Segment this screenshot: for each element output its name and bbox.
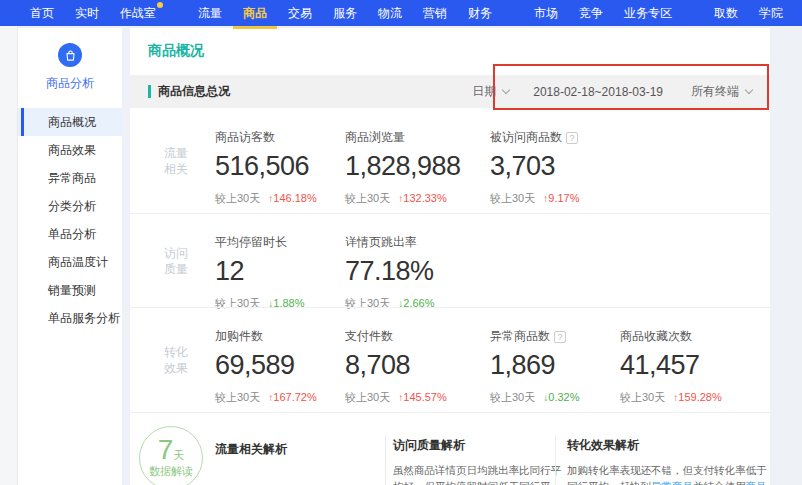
metric-label: 商品访客数	[215, 129, 275, 146]
sidebar-menu: 商品概况 商品效果 异常商品 分类分析 单品分析 商品温度计 销量预测 单品服务…	[18, 108, 122, 332]
nav-item-academy[interactable]: 学院	[759, 5, 783, 22]
metric-row-visit-quality: 访问质量 平均停留时长 12 较上30天 ↓1.88% 详情页跳出率 77.18…	[130, 213, 770, 307]
metric-compare: 较上30天 ↑145.57%	[345, 390, 475, 405]
metric-label: 异常商品数	[490, 328, 550, 345]
metric-label: 商品浏览量	[345, 129, 405, 146]
column-divider	[555, 435, 556, 485]
sidebar-item-sales-forecast[interactable]: 销量预测	[18, 276, 122, 304]
metric-value: 1,869	[490, 350, 620, 381]
sidebar-group-title: 商品分析	[18, 75, 122, 92]
metric-avg-stay-time: 平均停留时长 12 较上30天 ↓1.88%	[215, 214, 345, 311]
sidebar-item-goods-thermometer[interactable]: 商品温度计	[18, 248, 122, 276]
metric-detail-bounce-rate: 详情页跳出率 77.18% 较上30天 ↓2.66%	[345, 214, 475, 311]
nav-item-service[interactable]: 服务	[333, 5, 357, 22]
trend-value: 0.32%	[548, 391, 579, 403]
nav-item-realtime[interactable]: 实时	[75, 5, 99, 22]
metric-abnormal-items: 异常商品数 ? 1,869 较上30天 ↓0.32%	[490, 308, 620, 405]
metric-label: 详情页跳出率	[345, 234, 417, 251]
nav-item-goods[interactable]: 商品	[243, 5, 267, 22]
compare-label: 较上30天	[345, 391, 390, 403]
date-range-picker[interactable]: 2018-02-18~2018-03-19	[533, 85, 663, 99]
metric-value: 77.18%	[345, 256, 475, 287]
metric-value: 3,703	[490, 151, 620, 182]
metric-value: 69,589	[215, 350, 345, 381]
top-navigation: 首页 实时 作战室 流量 商品 交易 服务 物流 营销 财务 市场 竞争 业务专…	[0, 0, 802, 26]
app-window: 首页 实时 作战室 流量 商品 交易 服务 物流 营销 财务 市场 竞争 业务专…	[0, 0, 802, 485]
insight-column-conversion: 转化效果解析 加购转化率表现还不错，但支付转化率低于同行平均，赶快到异常商品并结…	[567, 437, 769, 485]
nav-item-market[interactable]: 市场	[534, 5, 558, 22]
sidebar-item-category-analysis[interactable]: 分类分析	[18, 192, 122, 220]
metric-visitors: 商品访客数 516,506 较上30天 ↑146.18%	[215, 109, 345, 206]
sidebar-item-goods-overview[interactable]: 商品概况	[18, 108, 122, 136]
nav-item-logistics[interactable]: 物流	[378, 5, 402, 22]
date-type-label: 日期	[472, 83, 496, 100]
trend-indicator: ↑146.18%	[268, 192, 316, 204]
badge-caption: 数据解读	[140, 464, 202, 479]
nav-item-competition[interactable]: 竞争	[579, 5, 603, 22]
compare-label: 较上30天	[490, 391, 535, 403]
sidebar-item-single-item-analysis[interactable]: 单品分析	[18, 220, 122, 248]
trend-value: 132.33%	[403, 192, 446, 204]
compare-label: 较上30天	[215, 391, 260, 403]
metric-group-label: 转化效果	[164, 344, 192, 376]
main-panel: 商品概况 商品信息总况 日期 2018-02-18~2018-03-19 所有终…	[130, 28, 770, 485]
section-tick	[148, 85, 151, 98]
compare-label: 较上30天	[215, 192, 260, 204]
active-item-bar	[21, 108, 24, 136]
chevron-down-icon	[745, 86, 753, 94]
metric-value: 516,506	[215, 151, 345, 182]
trend-value: 9.17%	[548, 192, 579, 204]
nav-item-home[interactable]: 首页	[30, 5, 54, 22]
section-title: 商品信息总况	[158, 83, 230, 100]
trend-value: 146.18%	[273, 192, 316, 204]
metric-paid-items: 支付件数 8,708 较上30天 ↑145.57%	[345, 308, 475, 405]
terminal-dropdown[interactable]: 所有终端	[691, 83, 752, 100]
trend-indicator: ↑9.17%	[543, 192, 579, 204]
help-icon[interactable]: ?	[566, 132, 578, 144]
trend-value: 159.28%	[678, 391, 721, 403]
insight-column-visit-quality: 访问质量解析 虽然商品详情页日均跳出率比同行平均好，但平均停留时间低于同行平均，…	[393, 437, 565, 485]
metric-compare: 较上30天 ↓0.32%	[490, 390, 620, 405]
metric-label: 商品收藏次数	[620, 328, 692, 345]
abnormal-goods-link[interactable]: 异常商品	[651, 480, 693, 485]
help-icon[interactable]: ?	[554, 331, 566, 343]
insight-body: 加购转化率表现还不错，但支付转化率低于同行平均，赶快到异常商品并结合使用商品温度…	[567, 463, 769, 485]
section-header-bar: 商品信息总况 日期 2018-02-18~2018-03-19 所有终端	[130, 75, 770, 108]
metric-value: 8,708	[345, 350, 475, 381]
filter-controls: 日期 2018-02-18~2018-03-19 所有终端	[472, 83, 752, 100]
sidebar-item-goods-effect[interactable]: 商品效果	[18, 136, 122, 164]
sidebar-item-single-item-service[interactable]: 单品服务分析	[18, 304, 122, 332]
nav-item-data-extract[interactable]: 取数	[714, 5, 738, 22]
date-type-dropdown[interactable]: 日期	[472, 83, 509, 100]
metric-label: 平均停留时长	[215, 234, 287, 251]
trend-indicator: ↑145.57%	[398, 391, 446, 403]
badge-unit: 天	[173, 449, 184, 461]
trend-indicator: ↑132.33%	[398, 192, 446, 204]
metric-compare: 较上30天 ↑167.72%	[215, 390, 345, 405]
metric-visited-items: 被访问商品数 ? 3,703 较上30天 ↑9.17%	[490, 109, 620, 206]
nav-item-trade[interactable]: 交易	[288, 5, 312, 22]
sidebar-item-abnormal-goods[interactable]: 异常商品	[18, 164, 122, 192]
insight-title: 转化效果解析	[567, 437, 769, 454]
terminal-label: 所有终端	[691, 83, 739, 100]
metric-group-label: 流量相关	[164, 145, 192, 177]
nav-item-marketing[interactable]: 营销	[423, 5, 447, 22]
nav-item-war-room[interactable]: 作战室	[120, 5, 156, 22]
trend-indicator: ↓0.32%	[543, 391, 579, 403]
metric-value: 12	[215, 256, 345, 287]
metric-row-conversion: 转化效果 加购件数 69,589 较上30天 ↑167.72% 支付件数 8,7…	[130, 307, 770, 412]
metric-value: 41,457	[620, 350, 750, 381]
metric-add-to-cart: 加购件数 69,589 较上30天 ↑167.72%	[215, 308, 345, 405]
insight-title: 流量相关解析	[215, 441, 287, 458]
seven-day-badge: 7天 数据解读	[139, 426, 203, 485]
nav-item-label: 作战室	[120, 6, 156, 20]
metric-label: 被访问商品数	[490, 129, 562, 146]
compare-label: 较上30天	[620, 391, 665, 403]
metric-row-traffic: 流量相关 商品访客数 516,506 较上30天 ↑146.18% 商品浏览量 …	[130, 109, 770, 213]
nav-item-business-zone[interactable]: 业务专区	[624, 5, 672, 22]
shopping-bag-icon	[58, 43, 82, 67]
compare-label: 较上30天	[345, 192, 390, 204]
metric-compare: 较上30天 ↑146.18%	[215, 191, 345, 206]
nav-item-traffic[interactable]: 流量	[198, 5, 222, 22]
nav-item-finance[interactable]: 财务	[468, 5, 492, 22]
